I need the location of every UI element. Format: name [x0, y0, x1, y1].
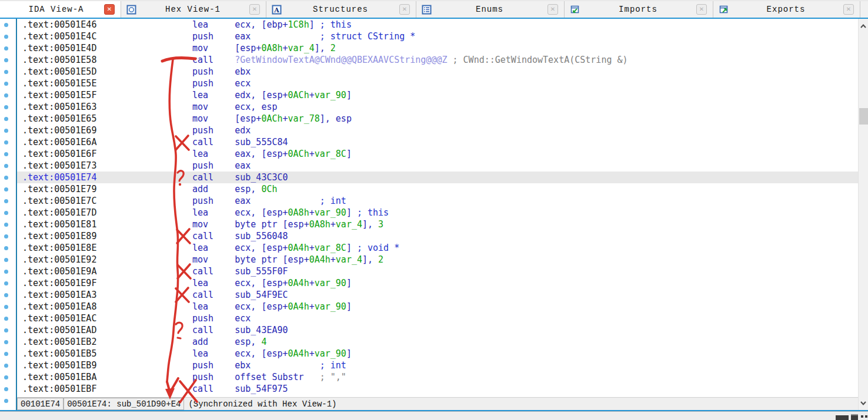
- asm-address: .text:00501EA3: [22, 289, 192, 301]
- asm-line[interactable]: .text:00501E81mov byte ptr [esp+0A8h+var…: [17, 219, 858, 230]
- gutter-dot: [4, 46, 8, 51]
- svg-text:A: A: [273, 6, 279, 14]
- status-sync-message: (Synchronized with Hex View-1): [184, 398, 339, 410]
- asm-line[interactable]: .text:00501EBFcall sub_54F975: [17, 383, 858, 395]
- asm-text: ecx, esp: [235, 102, 277, 112]
- hex-view-icon: [126, 5, 136, 15]
- asm-line[interactable]: .text:00501E5Dpush ebx: [17, 66, 858, 78]
- gutter-dot: [4, 93, 8, 98]
- tab-close-icon[interactable]: ✕: [696, 4, 707, 15]
- asm-line[interactable]: .text:00501E5Flea edx, [esp+0ACh+var_90]: [17, 89, 858, 101]
- asm-line[interactable]: .text:00501E69push edx: [17, 125, 858, 136]
- asm-text: ]: [346, 348, 352, 359]
- tab-label: Hex View-1: [136, 5, 249, 14]
- asm-text: push: [192, 78, 235, 89]
- asm-address: .text:00501E46: [22, 19, 192, 31]
- scroll-down-icon[interactable]: [859, 398, 868, 408]
- asm-text: ]: [346, 301, 352, 312]
- asm-line[interactable]: .text:00501EB5lea ecx, [esp+0A4h+var_90]: [17, 348, 858, 359]
- asm-address: .text:00501E92: [22, 254, 192, 266]
- asm-text: sub_54F975: [235, 384, 288, 394]
- asm-line[interactable]: .text:00501E4Cpush eax ; struct CString …: [17, 31, 858, 42]
- asm-text: 0A4h: [288, 301, 309, 312]
- asm-text: var_8C: [315, 243, 346, 253]
- asm-line[interactable]: .text:00501EBApush offset Substr ; ",": [17, 371, 858, 383]
- asm-text: ; ",": [315, 372, 346, 382]
- asm-text: offset Substr: [235, 372, 314, 382]
- gutter-dot: [4, 258, 8, 262]
- bottom-bar-icon[interactable]: [865, 415, 867, 418]
- tab-close-icon[interactable]: ✕: [547, 4, 558, 15]
- asm-text: add: [192, 184, 235, 194]
- tab-close-icon[interactable]: ✕: [104, 4, 115, 15]
- tab-ida-view-a[interactable]: IDA View-A✕: [0, 1, 121, 18]
- asm-text: sub_43C3C0: [235, 172, 288, 183]
- asm-text: sub_54F9EC: [235, 290, 288, 300]
- asm-text: var_90: [315, 301, 346, 312]
- asm-line[interactable]: .text:00501E92mov byte ptr [esp+0A4h+var…: [17, 254, 858, 266]
- bottom-bar-icon[interactable]: [836, 415, 849, 420]
- asm-line[interactable]: .text:00501E8Elea ecx, [esp+0A4h+var_8C]…: [17, 242, 858, 254]
- tab-exports[interactable]: Exports✕: [713, 1, 860, 18]
- asm-address: .text:00501E7C: [22, 195, 192, 207]
- asm-text: var_8C: [315, 149, 346, 159]
- scrollbar-thumb[interactable]: [859, 108, 868, 125]
- tab-label: IDA View-A: [0, 5, 104, 14]
- asm-line[interactable]: .text:00501EB9push ebx ; int: [17, 359, 858, 371]
- bottom-bar-icon[interactable]: [861, 415, 863, 418]
- vertical-scrollbar[interactable]: [858, 19, 868, 410]
- asm-text: 0Ch: [261, 184, 277, 194]
- gutter-dot: [4, 199, 8, 203]
- bottom-bar-icon[interactable]: [851, 414, 858, 420]
- tab-enums[interactable]: Enums✕: [416, 1, 565, 18]
- asm-line[interactable]: .text:00501E9Flea ecx, [esp+0A4h+var_90]: [17, 277, 858, 289]
- gutter-dot: [4, 152, 8, 156]
- asm-line[interactable]: .text:00501E63mov ecx, esp: [17, 101, 858, 113]
- tab-close-icon[interactable]: ✕: [399, 4, 410, 15]
- asm-text: ], esp: [320, 113, 352, 124]
- tab-close-icon[interactable]: ✕: [249, 4, 260, 15]
- asm-line[interactable]: .text:00501E74call sub_43C3C0: [17, 172, 858, 183]
- asm-text: eax: [235, 160, 251, 171]
- asm-text: call: [192, 55, 235, 65]
- asm-line[interactable]: .text:00501E79add esp, 0Ch: [17, 183, 858, 195]
- gutter-dot: [4, 211, 8, 215]
- tab-structures[interactable]: AStructures✕: [266, 1, 416, 18]
- asm-line[interactable]: .text:00501EA8lea ecx, [esp+0A4h+var_90]: [17, 301, 858, 313]
- asm-line[interactable]: .text:00501EA3call sub_54F9EC: [17, 289, 858, 301]
- asm-line[interactable]: .text:00501E6Acall sub_555C84: [17, 136, 858, 148]
- asm-text: ; struct CString *: [315, 31, 416, 42]
- asm-line[interactable]: .text:00501E73push eax: [17, 160, 858, 172]
- asm-address: .text:00501E73: [22, 160, 192, 172]
- asm-address: .text:00501E5E: [22, 78, 192, 89]
- asm-text: +: [309, 90, 315, 100]
- asm-line[interactable]: .text:00501EACpush ecx: [17, 313, 858, 324]
- asm-text: +: [309, 348, 315, 359]
- asm-line[interactable]: .text:00501E46lea ecx, [ebp+1C8h] ; this: [17, 19, 858, 31]
- asm-text: 0ACh: [288, 90, 309, 100]
- asm-text: ; this: [315, 19, 352, 30]
- asm-line[interactable]: .text:00501E58call ?GetWindowTextA@CWnd@…: [17, 54, 858, 66]
- asm-line[interactable]: .text:00501E5Epush ecx: [17, 78, 858, 89]
- asm-line[interactable]: .text:00501E89call sub_556048: [17, 230, 858, 242]
- gutter-dot: [4, 281, 8, 285]
- asm-text: 3: [378, 219, 383, 230]
- asm-line[interactable]: .text:00501E6Flea eax, [esp+0ACh+var_8C]: [17, 148, 858, 160]
- scroll-up-icon[interactable]: [859, 21, 868, 31]
- asm-text: eax: [235, 196, 314, 206]
- asm-text: lea: [192, 278, 235, 288]
- asm-line[interactable]: .text:00501EB2add esp, 4: [17, 336, 858, 348]
- asm-line[interactable]: .text:00501E4Dmov [esp+0A8h+var_4], 2: [17, 42, 858, 54]
- asm-line[interactable]: .text:00501E65mov [esp+0ACh+var_78], esp: [17, 113, 858, 125]
- asm-address: .text:00501EA8: [22, 301, 192, 313]
- tab-hex-view-1[interactable]: Hex View-1✕: [121, 1, 266, 18]
- tab-close-icon[interactable]: ✕: [843, 4, 854, 15]
- tab-imports[interactable]: Imports✕: [565, 1, 713, 18]
- asm-line[interactable]: .text:00501EADcall sub_43EA90: [17, 324, 858, 336]
- asm-line[interactable]: .text:00501E7Cpush eax ; int: [17, 195, 858, 207]
- asm-text: +: [283, 113, 288, 124]
- asm-line[interactable]: .text:00501E7Dlea ecx, [esp+0A8h+var_90]…: [17, 207, 858, 219]
- asm-text: lea: [192, 243, 235, 253]
- asm-line[interactable]: .text:00501E9Acall sub_555F0F: [17, 266, 858, 277]
- tab-label: Enums: [432, 5, 547, 14]
